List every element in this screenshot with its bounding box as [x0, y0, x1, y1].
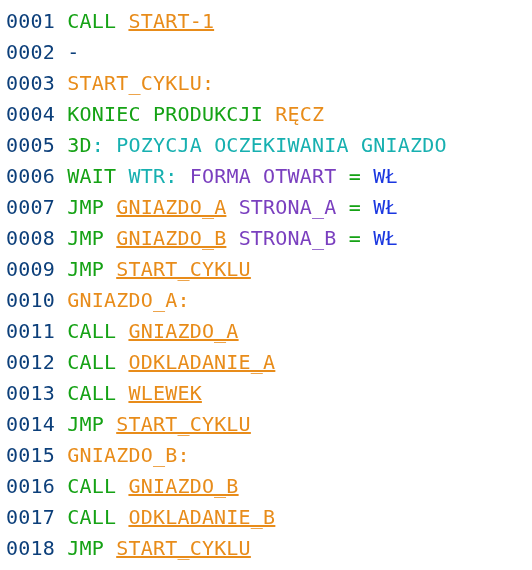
text [104, 195, 116, 219]
label: RĘCZ [275, 102, 324, 126]
line-number: 0004 [6, 102, 55, 126]
keyword: JMP [67, 195, 104, 219]
text: = [349, 195, 361, 219]
line-number: 0008 [6, 226, 55, 250]
keyword: JMP [67, 536, 104, 560]
keyword: CALL [67, 9, 116, 33]
link-start-cyklu[interactable]: START_CYKLU [116, 536, 251, 560]
label: START_CYKLU [67, 71, 202, 95]
text [263, 102, 275, 126]
link-wlewek[interactable]: WLEWEK [128, 381, 201, 405]
code-line: 0013 CALL WLEWEK [6, 378, 532, 409]
text: = [349, 226, 361, 250]
text [116, 505, 128, 529]
link-start-cyklu[interactable]: START_CYKLU [116, 412, 251, 436]
value: WŁ [373, 164, 397, 188]
text [337, 195, 349, 219]
keyword: CALL [67, 505, 116, 529]
code-line: 0004 KONIEC PRODUKCJI RĘCZ [6, 99, 532, 130]
line-number: 0003 [6, 71, 55, 95]
link-gniazdo-a[interactable]: GNIAZDO_A [116, 195, 226, 219]
text [361, 195, 373, 219]
link-start-cyklu[interactable]: START_CYKLU [116, 257, 251, 281]
line-number: 0012 [6, 350, 55, 374]
code-line: 0009 JMP START_CYKLU [6, 254, 532, 285]
code-line: 0018 JMP START_CYKLU [6, 533, 532, 564]
keyword: CALL [67, 350, 116, 374]
text [104, 257, 116, 281]
text [337, 164, 349, 188]
text [104, 536, 116, 560]
code-listing: 0001 CALL START-10002 -0003 START_CYKLU:… [0, 0, 532, 564]
line-number: 0014 [6, 412, 55, 436]
text [226, 226, 238, 250]
text: : [177, 443, 189, 467]
text [104, 412, 116, 436]
text [177, 164, 189, 188]
line-number: 0018 [6, 536, 55, 560]
value: WŁ [373, 195, 397, 219]
literal: STRONA_B [239, 226, 337, 250]
code-line: 0003 START_CYKLU: [6, 68, 532, 99]
code-line: 0015 GNIAZDO_B: [6, 440, 532, 471]
comment-text: WTR [128, 164, 165, 188]
keyword: KONIEC [67, 102, 140, 126]
keyword: JMP [67, 257, 104, 281]
link-odkladanie-b[interactable]: ODKLADANIE_B [128, 505, 275, 529]
literal: STRONA_A [239, 195, 337, 219]
line-number: 0001 [6, 9, 55, 33]
text [104, 133, 116, 157]
line-number: 0005 [6, 133, 55, 157]
line-number: 0010 [6, 288, 55, 312]
code-line: 0002 - [6, 37, 532, 68]
text: = [349, 164, 361, 188]
code-line: 0008 JMP GNIAZDO_B STRONA_B = WŁ [6, 223, 532, 254]
line-number: 0007 [6, 195, 55, 219]
text [116, 474, 128, 498]
text: - [67, 40, 79, 64]
keyword: JMP [67, 412, 104, 436]
keyword: WAIT [67, 164, 116, 188]
text [361, 164, 373, 188]
link-gniazdo-b[interactable]: GNIAZDO_B [116, 226, 226, 250]
code-line: 0001 CALL START-1 [6, 6, 532, 37]
text [226, 195, 238, 219]
comment-text: : [165, 164, 177, 188]
label: GNIAZDO_A [67, 288, 177, 312]
line-number: 0015 [6, 443, 55, 467]
line-number: 0002 [6, 40, 55, 64]
label: GNIAZDO_B [67, 443, 177, 467]
text: : [177, 288, 189, 312]
code-line: 0006 WAIT WTR: FORMA OTWART = WŁ [6, 161, 532, 192]
line-number: 0016 [6, 474, 55, 498]
text [116, 319, 128, 343]
keyword: CALL [67, 474, 116, 498]
value: WŁ [373, 226, 397, 250]
text [116, 9, 128, 33]
keyword: PRODUKCJI [153, 102, 263, 126]
text [116, 350, 128, 374]
text [141, 102, 153, 126]
link-gniazdo-b[interactable]: GNIAZDO_B [128, 474, 238, 498]
link-odkladanie-a[interactable]: ODKLADANIE_A [128, 350, 275, 374]
line-number: 0017 [6, 505, 55, 529]
comment-text: POZYCJA OCZEKIWANIA GNIAZDO [116, 133, 447, 157]
link-gniazdo-a[interactable]: GNIAZDO_A [128, 319, 238, 343]
literal: FORMA OTWART [190, 164, 337, 188]
code-line: 0005 3D: POZYCJA OCZEKIWANIA GNIAZDO [6, 130, 532, 161]
code-line: 0014 JMP START_CYKLU [6, 409, 532, 440]
line-number: 0006 [6, 164, 55, 188]
keyword: CALL [67, 381, 116, 405]
line-number: 0013 [6, 381, 55, 405]
text [337, 226, 349, 250]
text [116, 164, 128, 188]
code-line: 0011 CALL GNIAZDO_A [6, 316, 532, 347]
code-line: 0007 JMP GNIAZDO_A STRONA_A = WŁ [6, 192, 532, 223]
text [361, 226, 373, 250]
code-line: 0010 GNIAZDO_A: [6, 285, 532, 316]
code-line: 0017 CALL ODKLADANIE_B [6, 502, 532, 533]
link-start-1[interactable]: START-1 [128, 9, 214, 33]
text [116, 381, 128, 405]
line-number: 0009 [6, 257, 55, 281]
text [104, 226, 116, 250]
